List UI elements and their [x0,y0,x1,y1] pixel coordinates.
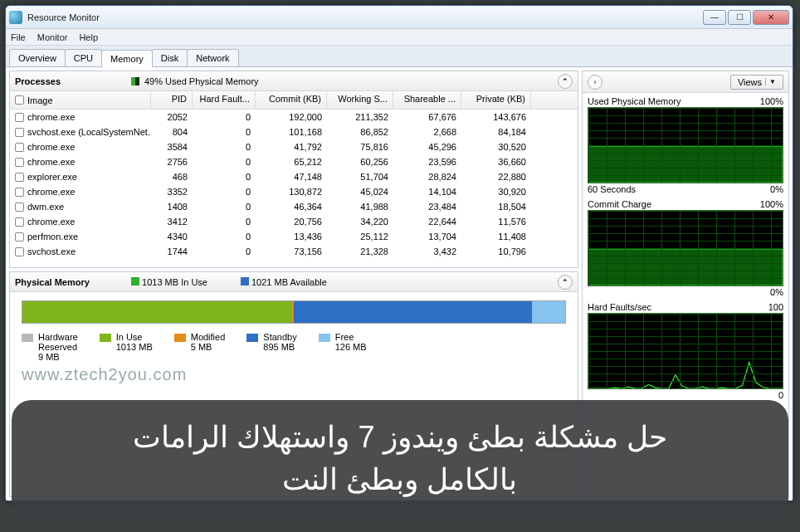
col-pid[interactable]: PID [151,91,193,109]
menu-help[interactable]: Help [79,32,98,42]
table-row[interactable]: chrome.exe3584041,79275,81645,29630,520 [10,139,578,154]
menu-monitor[interactable]: Monitor [37,32,68,42]
available-icon [241,277,249,286]
table-row[interactable]: chrome.exe33520130,87245,02414,10430,920 [10,184,578,199]
legend-hardware-reserved: HardwareReserved9 MB [22,332,78,362]
tab-network[interactable]: Network [187,49,238,66]
chart-hf-canvas [588,313,783,389]
chart-used-footer-left: 60 Seconds [588,184,636,194]
chart-commit-title: Commit Charge [588,199,651,209]
processes-summary: 49% Used Physical Memory [144,76,259,86]
caption-line-2: بالكامل وبطئ النت [37,459,763,500]
tab-cpu[interactable]: CPU [65,49,102,66]
chart-commit-footer-right: 0% [770,287,783,297]
chart-used-title: Used Physical Memory [588,96,680,106]
row-checkbox[interactable] [15,232,24,242]
membar-free [532,301,565,323]
memory-usage-icon [131,77,139,85]
table-row[interactable]: chrome.exe20520192,000211,35267,676143,6… [10,110,578,124]
memory-legend: HardwareReserved9 MB In Use1013 MB Modif… [22,332,566,362]
processes-column-header: Image PID Hard Fault... Commit (KB) Work… [10,91,578,110]
col-image[interactable]: Image [10,91,151,109]
table-row[interactable]: chrome.exe2756065,21260,25623,59636,660 [10,154,578,169]
row-checkbox[interactable] [15,173,24,182]
chart-hardfaults: Hard Faults/sec100 0 [588,302,783,400]
processes-header[interactable]: Processes 49% Used Physical Memory ⌃ [10,71,578,91]
col-working[interactable]: Working S... [327,91,393,109]
col-hardfaults[interactable]: Hard Fault... [193,91,256,109]
titlebar[interactable]: Resource Monitor — ☐ ✕ [6,6,793,29]
col-shareable[interactable]: Shareable ... [393,91,461,109]
views-button[interactable]: Views▼ [730,75,783,90]
collapse-processes-button[interactable]: ⌃ [558,74,573,89]
chart-used-max: 100% [760,96,783,106]
inuse-summary: 1013 MB In Use [142,277,207,287]
chart-hf-max: 100 [768,302,783,312]
expand-charts-button[interactable]: › [588,75,602,90]
row-checkbox[interactable] [15,143,24,152]
tabbar: Overview CPU Memory Disk Network [6,46,793,67]
app-icon [9,11,22,24]
legend-free: Free126 MB [319,332,367,362]
physical-memory-title: Physical Memory [15,277,131,287]
select-all-checkbox[interactable] [15,95,24,105]
chart-hf-title: Hard Faults/sec [588,302,651,312]
chart-used-canvas [588,107,783,183]
chart-commit: Commit Charge100% 0% [588,199,783,297]
table-row[interactable]: perfmon.exe4340013,43625,11213,70411,408 [10,229,578,244]
caption-line-1: حل مشكلة بطئ ويندوز 7 واستهلاك الرامات [37,417,763,458]
legend-modified: Modified5 MB [174,332,226,362]
col-private[interactable]: Private (KB) [461,91,531,109]
minimize-button[interactable]: — [703,10,726,25]
membar-standby [294,301,532,323]
chart-hf-footer-right: 0 [778,390,783,400]
row-checkbox[interactable] [15,158,24,167]
watermark: www.ztech2you.com [22,365,566,384]
table-row[interactable]: chrome.exe3412020,75634,22022,64411,576 [10,214,578,229]
row-checkbox[interactable] [15,247,24,256]
processes-panel: Processes 49% Used Physical Memory ⌃ Ima… [9,71,578,268]
col-commit[interactable]: Commit (KB) [256,91,327,109]
menubar: File Monitor Help [6,29,793,46]
legend-inuse: In Use1013 MB [100,332,153,362]
physical-memory-body: HardwareReserved9 MB In Use1013 MB Modif… [10,292,578,389]
chart-commit-canvas [588,210,783,286]
row-checkbox[interactable] [15,188,24,197]
row-checkbox[interactable] [15,113,24,122]
row-checkbox[interactable] [15,217,24,227]
row-checkbox[interactable] [15,203,24,212]
table-row[interactable]: dwm.exe1408046,36441,98823,48418,504 [10,199,578,214]
close-button[interactable]: ✕ [753,10,789,25]
maximize-button[interactable]: ☐ [728,10,751,25]
table-row[interactable]: svchost.exe1744073,15621,3283,43210,796 [10,244,578,259]
chart-used-memory: Used Physical Memory100% 60 Seconds0% [588,96,783,194]
caption-overlay: حل مشكلة بطئ ويندوز 7 واستهلاك الرامات ب… [12,400,788,520]
legend-standby: Standby895 MB [246,332,296,362]
window-title: Resource Monitor [27,12,703,22]
memory-bar [22,300,566,324]
processes-table-body[interactable]: chrome.exe20520192,000211,35267,676143,6… [10,110,578,266]
available-summary: 1021 MB Available [251,277,327,287]
menu-file[interactable]: File [11,32,26,42]
collapse-physical-button[interactable]: ⌃ [558,275,573,290]
membar-inuse [22,301,292,323]
physical-memory-header[interactable]: Physical Memory 1013 MB In Use 1021 MB A… [10,272,578,292]
table-row[interactable]: explorer.exe468047,14851,70428,82422,880 [10,169,578,184]
charts-header: › Views▼ [583,71,788,93]
chevron-down-icon: ▼ [765,78,776,85]
row-checkbox[interactable] [15,128,24,137]
table-row[interactable]: svchost.exe (LocalSystemNet...8040101,16… [10,124,578,139]
tab-disk[interactable]: Disk [152,49,188,66]
chart-commit-max: 100% [760,199,783,209]
processes-title: Processes [15,76,131,86]
tab-memory[interactable]: Memory [101,50,153,67]
chart-used-footer-right: 0% [770,184,783,194]
tab-overview[interactable]: Overview [9,49,66,66]
inuse-icon [131,277,139,286]
